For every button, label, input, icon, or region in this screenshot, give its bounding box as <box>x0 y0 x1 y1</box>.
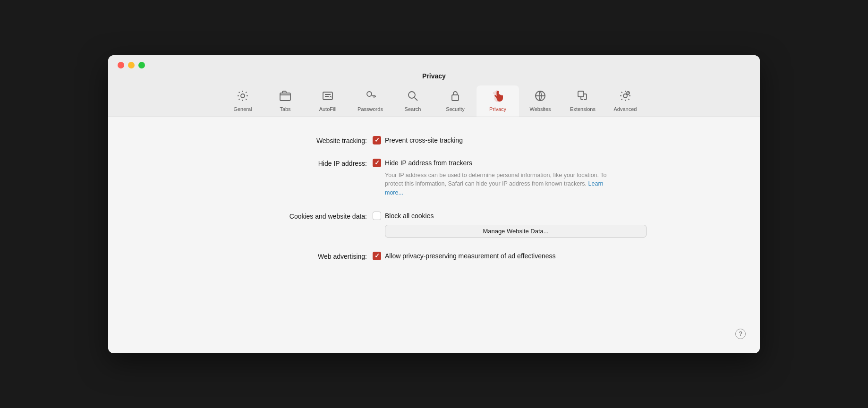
window-controls <box>118 62 145 68</box>
svg-rect-11 <box>452 95 459 101</box>
tab-websites[interactable]: Websites <box>519 85 562 117</box>
close-button[interactable] <box>118 62 124 68</box>
tab-security[interactable]: Security <box>434 85 477 117</box>
titlebar: Privacy General <box>108 55 760 117</box>
tab-passwords[interactable]: Passwords <box>349 85 391 117</box>
cookies-control: Block all cookies Manage Website Data... <box>373 212 647 238</box>
hide-ip-control: Hide IP address from trackers Your IP ad… <box>373 159 647 197</box>
privacy-icon <box>491 89 504 104</box>
search-icon <box>406 89 419 104</box>
cookies-label: Cookies and website data: <box>221 212 373 220</box>
gear-icon <box>236 89 249 104</box>
svg-rect-13 <box>578 91 584 97</box>
website-tracking-checkbox-row: Prevent cross-site tracking <box>373 136 647 144</box>
web-advertising-row: Web advertising: Allow privacy-preservin… <box>221 252 647 260</box>
hide-ip-label: Hide IP address: <box>221 159 373 167</box>
hide-ip-checkbox-row: Hide IP address from trackers <box>373 159 647 167</box>
hide-ip-checkbox-label: Hide IP address from trackers <box>385 159 472 167</box>
tab-search-label: Search <box>405 106 421 112</box>
tab-passwords-label: Passwords <box>357 106 383 112</box>
autofill-icon <box>321 89 334 104</box>
tab-autofill[interactable]: AutoFill <box>306 85 349 117</box>
maximize-button[interactable] <box>138 62 145 68</box>
security-icon <box>449 89 462 104</box>
advanced-icon <box>619 89 632 104</box>
content-area: Website tracking: Prevent cross-site tra… <box>108 117 760 353</box>
website-tracking-label: Website tracking: <box>221 136 373 144</box>
svg-point-14 <box>623 94 627 98</box>
web-advertising-control: Allow privacy-preserving measurement of … <box>373 252 647 260</box>
tab-extensions-label: Extensions <box>570 106 596 112</box>
svg-point-0 <box>241 94 245 98</box>
cookies-checkbox[interactable] <box>373 212 381 220</box>
svg-point-5 <box>367 92 372 96</box>
website-tracking-checkbox[interactable] <box>373 136 381 144</box>
window: Privacy General <box>108 55 760 353</box>
tab-websites-label: Websites <box>529 106 551 112</box>
tab-advanced-label: Advanced <box>614 106 637 112</box>
tab-search[interactable]: Search <box>391 85 434 117</box>
hide-ip-description: Your IP address can be used to determine… <box>385 171 621 197</box>
cookies-row: Cookies and website data: Block all cook… <box>221 212 647 238</box>
tab-general[interactable]: General <box>221 85 264 117</box>
cookies-checkbox-label: Block all cookies <box>385 212 434 220</box>
manage-website-data-button[interactable]: Manage Website Data... <box>385 225 647 238</box>
cookies-checkbox-row: Block all cookies <box>373 212 647 220</box>
help-button[interactable]: ? <box>735 329 746 339</box>
tab-general-label: General <box>233 106 252 112</box>
tab-privacy-label: Privacy <box>489 106 506 112</box>
tab-tabs[interactable]: Tabs <box>264 85 306 117</box>
svg-rect-1 <box>280 93 290 101</box>
passwords-icon <box>364 89 377 104</box>
website-tracking-checkbox-label: Prevent cross-site tracking <box>385 136 463 144</box>
web-advertising-checkbox-row: Allow privacy-preserving measurement of … <box>373 252 647 260</box>
settings-grid: Website tracking: Prevent cross-site tra… <box>221 136 647 260</box>
web-advertising-checkbox-label: Allow privacy-preserving measurement of … <box>385 252 556 260</box>
websites-icon <box>534 89 547 104</box>
svg-rect-2 <box>323 92 332 100</box>
hide-ip-row: Hide IP address: Hide IP address from tr… <box>221 159 647 197</box>
hide-ip-checkbox[interactable] <box>373 159 381 167</box>
tab-security-label: Security <box>446 106 465 112</box>
web-advertising-label: Web advertising: <box>221 252 373 260</box>
tabs-icon <box>279 89 292 104</box>
web-advertising-checkbox[interactable] <box>373 252 381 260</box>
svg-point-9 <box>408 92 415 98</box>
svg-line-10 <box>415 97 418 101</box>
tab-privacy[interactable]: Privacy <box>477 85 519 117</box>
website-tracking-control: Prevent cross-site tracking <box>373 136 647 144</box>
toolbar: General Tabs <box>221 85 647 117</box>
tab-autofill-label: AutoFill <box>319 106 337 112</box>
website-tracking-row: Website tracking: Prevent cross-site tra… <box>221 136 647 144</box>
window-title: Privacy <box>422 72 446 80</box>
minimize-button[interactable] <box>128 62 135 68</box>
tab-advanced[interactable]: Advanced <box>604 85 647 117</box>
tab-extensions[interactable]: Extensions <box>562 85 604 117</box>
tab-tabs-label: Tabs <box>280 106 290 112</box>
extensions-icon <box>576 89 589 104</box>
